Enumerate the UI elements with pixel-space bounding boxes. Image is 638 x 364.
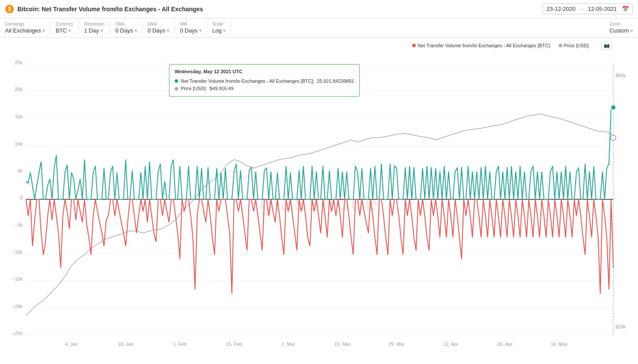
camera-icon[interactable]: 📷 [602,41,612,49]
x-axis: 4. Jan 18. Jan 1. Feb 15. Feb 1. Mar 15.… [65,341,568,347]
sma-label: SMA [115,22,137,26]
legend-dot-net-transfer [412,44,416,47]
y-axis-right: $60k $20k [615,73,626,329]
zoom-chevron: ▾ [631,28,633,33]
mm-chevron: ▾ [199,28,202,33]
svg-text:−5k: −5k [15,222,23,228]
price-line [26,114,613,315]
zoom-value[interactable]: Custom ▾ [609,27,633,34]
svg-text:−20k: −20k [12,304,23,309]
legend-dot-price [559,44,562,47]
svg-text:25k: 25k [15,60,23,65]
currency-chevron: ▾ [68,28,71,33]
svg-text:4. Jan: 4. Jan [65,341,78,347]
svg-text:10. May: 10. May [550,341,568,347]
exchange-chevron: ▾ [42,28,45,33]
date-end: 12-05-2021 [588,6,617,12]
date-arrow: → [579,6,585,12]
resolution-chevron: ▾ [101,28,103,33]
mm-label: MM [180,22,201,26]
svg-text:−25k: −25k [12,331,23,336]
svg-text:18. Jan: 18. Jan [118,341,133,347]
y-axis-left: 25k 20k 15k 10k 5k 0 −5k −10k −15k −20k … [12,60,23,336]
svg-text:10k: 10k [15,141,23,146]
title-text: Bitcoin: Net Transfer Volume from/to Exc… [17,6,203,13]
svg-text:1. Mar: 1. Mar [281,341,295,347]
svg-text:0: 0 [20,195,23,200]
svg-text:15k: 15k [15,114,23,119]
legend-net-transfer: Net Transfer Volume from/to Exchanges - … [412,43,550,48]
svg-text:12. Apr: 12. Apr [443,341,459,347]
chart-title: ₿ Bitcoin: Net Transfer Volume from/to E… [5,5,534,13]
header: ₿ Bitcoin: Net Transfer Volume from/to E… [0,0,638,18]
svg-text:15. Feb: 15. Feb [226,341,242,347]
mm-control[interactable]: MM 0 Days ▾ [175,21,207,35]
ema-control[interactable]: EMA 0 Days ▾ [143,21,175,35]
chart-area: Net Transfer Volume from/to Exchanges - … [0,38,638,358]
controls-bar: Exchange All Exchanges ▾ Currency BTC ▾ … [0,18,638,38]
svg-text:1. Feb: 1. Feb [173,341,186,347]
currency-label: Currency [55,22,73,26]
sma-chevron: ▾ [135,28,137,33]
date-range-selector[interactable]: 23-12-2020 → 12-05-2021 📅 [543,3,633,14]
svg-text:15. Mar: 15. Mar [334,341,351,347]
zoom-control[interactable]: Zoom Custom ▾ [604,21,633,35]
exchange-label: Exchange [5,22,45,26]
svg-text:20k: 20k [15,87,23,92]
scale-label: Scale [212,22,226,26]
tooltip-dot-chart [611,105,616,110]
net-transfer-negative [26,199,613,294]
resolution-control[interactable]: Resolution 1 Day ▾ [79,21,110,35]
svg-text:−15k: −15k [12,276,23,282]
svg-text:$20k: $20k [615,324,626,329]
chart-container: glassnode Wednesday, May 12 2021 UTC Net… [0,51,638,354]
scale-control[interactable]: Scale Log ▾ [207,21,231,35]
scale-value[interactable]: Log ▾ [212,27,226,34]
mm-value[interactable]: 0 Days ▾ [180,27,201,34]
svg-text:$60k: $60k [615,73,626,78]
legend-price: Price [USD] [559,43,589,48]
calendar-icon[interactable]: 📅 [622,6,629,12]
zoom-label: Zoom [609,22,633,26]
currency-value[interactable]: BTC ▾ [55,27,73,34]
ema-value[interactable]: 0 Days ▾ [148,27,169,34]
legend-price-label: Price [USD] [564,43,589,48]
sma-value[interactable]: 0 Days ▾ [115,27,137,34]
ema-chevron: ▾ [167,28,169,33]
svg-text:5k: 5k [17,168,23,173]
svg-text:26. Apr: 26. Apr [498,341,513,347]
date-start: 23-12-2020 [547,6,576,12]
scale-chevron: ▾ [223,28,225,33]
exchange-value[interactable]: All Exchanges ▾ [5,27,45,34]
price-indicator [611,135,616,140]
currency-control[interactable]: Currency BTC ▾ [50,21,79,35]
resolution-label: Resolution [84,22,104,26]
svg-text:29. Mar: 29. Mar [388,341,405,347]
svg-text:−10k: −10k [12,250,23,255]
chart-svg: 25k 20k 15k 10k 5k 0 −5k −10k −15k −20k … [0,51,638,354]
exchange-control[interactable]: Exchange All Exchanges ▾ [5,21,50,35]
net-transfer-positive [26,107,613,199]
legend-net-transfer-label: Net Transfer Volume from/to Exchanges - … [417,43,550,48]
bitcoin-icon: ₿ [5,5,14,13]
legend: Net Transfer Volume from/to Exchanges - … [0,38,638,51]
resolution-value[interactable]: 1 Day ▾ [84,27,104,34]
ema-label: EMA [148,22,169,26]
sma-control[interactable]: SMA 0 Days ▾ [110,21,142,35]
